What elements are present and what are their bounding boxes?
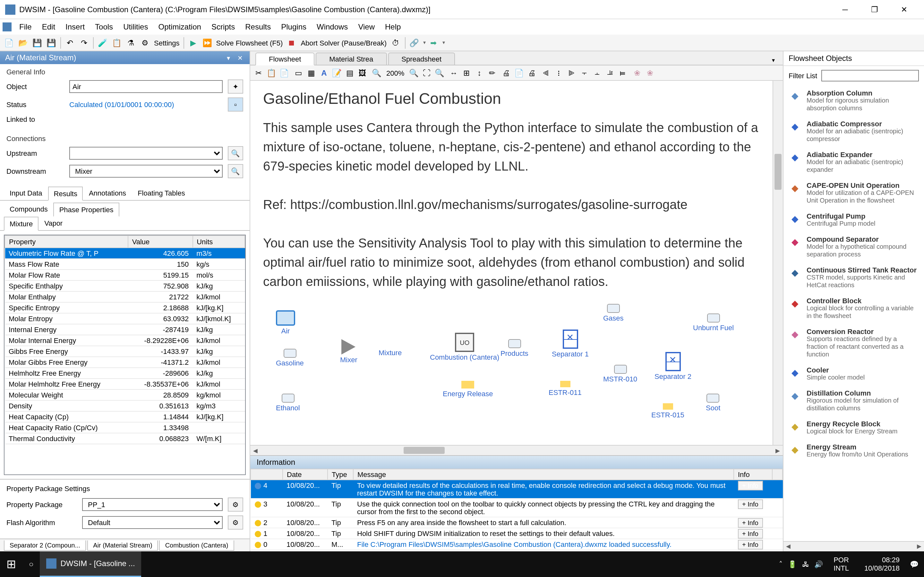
bottom-tab-1[interactable]: Air (Material Stream) xyxy=(87,540,158,550)
tray-notifications-icon[interactable]: 💬 xyxy=(910,560,919,568)
tray-clock[interactable]: 08:29 10/08/2018 xyxy=(859,556,905,573)
zoomin-icon[interactable]: 🔍 xyxy=(408,67,420,79)
save-icon[interactable]: 💾 xyxy=(31,36,44,49)
status-value[interactable]: Calculated (01/01/0001 00:00:00) xyxy=(69,101,223,108)
property-row[interactable]: Molar Entropy63.0932kJ/[kmol.K] xyxy=(5,313,245,324)
zoom-icon[interactable]: 🔍 xyxy=(371,67,383,79)
info-grid[interactable]: Date Type Message Info 410/08/20...TipTo… xyxy=(250,469,783,551)
block-separator1[interactable]: Separator 1 xyxy=(552,330,589,358)
block-ethanol[interactable]: Ethanol xyxy=(276,394,300,412)
timer-icon[interactable]: ⏱ xyxy=(389,36,402,49)
tab-results[interactable]: Results xyxy=(48,187,83,201)
tab-compounds[interactable]: Compounds xyxy=(4,202,53,216)
rp-hscroll[interactable]: ◀ ▶ xyxy=(783,541,924,551)
info-row[interactable]: 210/08/20...TipPress F5 on any area insi… xyxy=(250,517,782,528)
tab-phase-properties[interactable]: Phase Properties xyxy=(53,203,120,217)
property-table[interactable]: Property Value Units Volumetric Flow Rat… xyxy=(4,235,246,475)
tray-up-icon[interactable]: ˄ xyxy=(779,560,783,568)
print-icon[interactable]: 🖨 xyxy=(501,67,512,79)
tab-annotations[interactable]: Annotations xyxy=(83,186,132,200)
menu-plugins[interactable]: Plugins xyxy=(276,21,312,33)
block-separator2[interactable]: Separator 2 xyxy=(654,352,691,380)
info-btn[interactable]: + Info xyxy=(738,481,763,490)
export-icon[interactable]: 🖨 xyxy=(526,67,538,79)
flash-config-icon[interactable]: ⚙ xyxy=(228,516,243,530)
hscrollbar[interactable]: ◀ ▶ xyxy=(250,445,783,455)
reaction-icon[interactable]: ⚗ xyxy=(124,36,137,49)
filter-input[interactable] xyxy=(821,70,919,81)
object-item[interactable]: ◆Absorption ColumnModel for rigorous sim… xyxy=(783,85,924,116)
tray-battery-icon[interactable]: 🔋 xyxy=(788,560,797,568)
block-gasoline[interactable]: Gasoline xyxy=(276,349,304,367)
menu-insert[interactable]: Insert xyxy=(60,21,90,33)
link-icon[interactable]: 🔗 xyxy=(408,36,421,49)
menu-optimization[interactable]: Optimization xyxy=(153,21,206,33)
property-row[interactable]: Molar Enthalpy21722kJ/kmol xyxy=(5,292,245,302)
flowsheet-diagram[interactable]: Air Gasoline Ethanol Mixer Mixture UOCom… xyxy=(263,304,770,445)
export-icon[interactable]: ➡ xyxy=(427,36,440,49)
start-button[interactable]: ⊞ xyxy=(0,551,23,577)
tab-flowsheet[interactable]: Flowsheet xyxy=(255,53,314,65)
solve-label[interactable]: Solve Flowsheet (F5) xyxy=(215,39,284,47)
color1-icon[interactable]: ❀ xyxy=(632,67,643,79)
vscrollbar[interactable] xyxy=(772,81,783,445)
property-row[interactable]: Molecular Weight28.8509kg/kmol xyxy=(5,390,245,400)
align-right-icon[interactable]: ⫸ xyxy=(566,67,577,79)
comp-icon[interactable]: 🧪 xyxy=(96,36,109,49)
object-item[interactable]: ◆Distillation ColumnRigorous model for s… xyxy=(783,385,924,416)
object-item[interactable]: ◆Controller BlockLogical block for contr… xyxy=(783,293,924,324)
property-row[interactable]: Molar Helmholtz Free Energy-8.35537E+06k… xyxy=(5,379,245,390)
align-center-icon[interactable]: ⫶ xyxy=(553,67,565,79)
block-products[interactable]: Products xyxy=(501,339,528,357)
tab-spreadsheet[interactable]: Spreadsheet xyxy=(388,53,455,65)
copy-icon[interactable]: 📋 xyxy=(266,67,277,79)
property-row[interactable]: Heat Capacity (Cp)1.14844kJ/[kg.K] xyxy=(5,411,245,422)
tab-vapor[interactable]: Vapor xyxy=(39,216,68,230)
property-row[interactable]: Specific Entropy2.18688kJ/[kg.K] xyxy=(5,302,245,313)
info-row[interactable]: 010/08/20...M...File C:\Program Files\DW… xyxy=(250,539,782,550)
font-icon[interactable]: A xyxy=(318,67,330,79)
upstream-link-icon[interactable]: 🔍 xyxy=(228,146,243,160)
col-property[interactable]: Property xyxy=(5,235,128,248)
info-btn[interactable]: + Info xyxy=(738,540,763,550)
block-unburnt[interactable]: Unburnt Fuel xyxy=(693,314,734,332)
object-item[interactable]: ◆Energy StreamEnergy flow from/to Unit O… xyxy=(783,439,924,462)
menu-help[interactable]: Help xyxy=(380,21,406,33)
property-row[interactable]: Mass Flow Rate150kg/s xyxy=(5,259,245,269)
property-row[interactable]: Thermal Conductivity0.068823W/[m.K] xyxy=(5,433,245,444)
property-row[interactable]: Gibbs Free Energy-1433.97kJ/kg xyxy=(5,346,245,357)
scroll-left-icon[interactable]: ◀ xyxy=(250,446,260,456)
connect-icon[interactable]: ↔ xyxy=(448,67,459,79)
menu-scripts[interactable]: Scripts xyxy=(206,21,240,33)
menu-results[interactable]: Results xyxy=(240,21,276,33)
undo-icon[interactable]: ↶ xyxy=(63,36,76,49)
object-item[interactable]: ◆CAPE-OPEN Unit OperationModel for utili… xyxy=(783,177,924,208)
property-row[interactable]: Specific Enthalpy752.908kJ/kg xyxy=(5,280,245,292)
dropdown-icon[interactable]: ▾ xyxy=(423,40,426,45)
preview-icon[interactable]: 📄 xyxy=(513,67,525,79)
tray-network-icon[interactable]: 🖧 xyxy=(802,560,809,568)
panel-pin-icon[interactable]: ▾ xyxy=(224,53,233,62)
flash-select[interactable]: Default xyxy=(82,516,223,529)
block-mixture[interactable]: Mixture xyxy=(379,349,402,356)
play-icon[interactable]: ▶ xyxy=(187,36,200,49)
object-item[interactable]: ◆Adiabatic CompressorModel for an adiaba… xyxy=(783,116,924,147)
tray-volume-icon[interactable]: 🔊 xyxy=(814,560,823,568)
property-row[interactable]: Helmholtz Free Energy-289606kJ/kg xyxy=(5,367,245,379)
block-estr011[interactable]: ESTR-011 xyxy=(549,381,582,396)
object-item[interactable]: ◆Adiabatic ExpanderModel for an adiabati… xyxy=(783,147,924,177)
step-icon[interactable]: ⏩ xyxy=(201,36,214,49)
stop-icon[interactable]: ⏹ xyxy=(285,36,298,49)
object-input[interactable] xyxy=(69,80,223,93)
object-item[interactable]: ◆Centrifugal PumpCentrifugal Pump model xyxy=(783,208,924,231)
menu-file[interactable]: File xyxy=(14,21,37,33)
rect-icon[interactable]: ▭ xyxy=(292,67,304,79)
property-row[interactable]: Molar Internal Energy-8.29228E+06kJ/kmol xyxy=(5,335,245,346)
draw-icon[interactable]: ✏ xyxy=(486,67,498,79)
abort-label[interactable]: Abort Solver (Pause/Break) xyxy=(299,39,388,47)
object-item[interactable]: ◆CoolerSimple cooler model xyxy=(783,362,924,385)
pkg-select[interactable]: PP_1 xyxy=(82,498,223,511)
object-action-icon[interactable]: ✦ xyxy=(228,79,243,93)
object-item[interactable]: ◆Compound SeparatorModel for a hypotheti… xyxy=(783,231,924,262)
bottom-tab-2[interactable]: Combustion (Cantera) xyxy=(160,540,234,550)
